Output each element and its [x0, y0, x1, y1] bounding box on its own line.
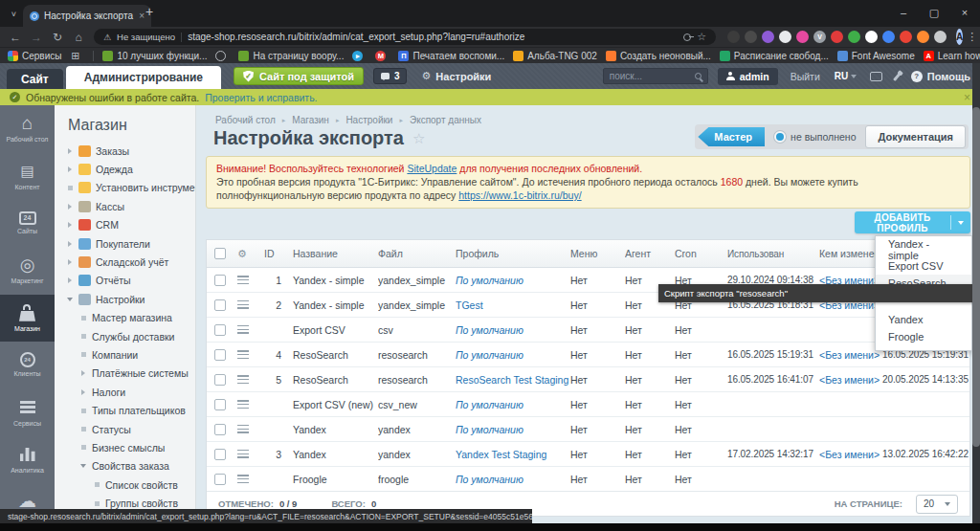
bookmark-item[interactable]: Сервисы — [8, 51, 61, 61]
favorite-star-icon[interactable]: ☆ — [412, 130, 425, 147]
extension-icon[interactable] — [727, 31, 740, 43]
tab-search-icon[interactable]: ˅ — [6, 7, 22, 21]
row-checkbox[interactable] — [214, 449, 226, 460]
table-row[interactable]: Yandex yandex По умолчанию Нет Нет Нет — [207, 417, 969, 442]
menu-item[interactable]: Заказы — [55, 142, 195, 160]
cell-profile-link[interactable]: По умолчанию — [456, 349, 523, 361]
menu-item[interactable]: Платёжные системы — [55, 365, 195, 383]
url-text[interactable]: stage-shop.resosearch.ru/bitrix/admin/ca… — [188, 32, 678, 42]
extension-icon[interactable] — [865, 31, 878, 43]
forward-icon[interactable]: → — [27, 31, 46, 44]
column-header[interactable]: ID — [256, 248, 293, 259]
home-icon[interactable]: ⌂ — [69, 31, 88, 44]
breadcrumb-item[interactable]: Рабочий стол — [215, 115, 292, 125]
breadcrumb-item[interactable]: Настройки — [345, 115, 410, 125]
add-profile-button[interactable]: ДОБАВИТЬ ПРОФИЛЬ — [855, 211, 970, 233]
breadcrumb-item[interactable]: Экспорт данных — [410, 115, 495, 125]
row-checkbox[interactable] — [214, 299, 226, 311]
documentation-button[interactable]: Документация — [865, 125, 966, 148]
security-label[interactable]: Не защищено — [117, 32, 175, 42]
bookmark-item[interactable]: П Печатаем воспоми... — [398, 51, 504, 61]
bookmark-item[interactable]: Альба-TNG 002 — [513, 51, 597, 61]
row-menu-icon[interactable] — [237, 450, 249, 458]
table-row[interactable]: 3 Yandex yandex Yandex Test Staging Нет … — [207, 442, 969, 467]
sidebar-item[interactable]: Аналитика — [0, 436, 55, 483]
sidebar-item[interactable]: Рабочий стол — [0, 105, 55, 152]
menu-item[interactable]: Отчёты — [55, 272, 195, 290]
sidebar-item[interactable]: 24 Сайты — [0, 200, 55, 247]
cell-profile-link[interactable]: По умолчанию — [456, 424, 523, 435]
close-icon[interactable]: × — [964, 91, 970, 104]
search-input[interactable]: поиск... — [603, 68, 708, 84]
menu-item[interactable]: Налоги — [55, 383, 195, 401]
dropdown-item[interactable]: Yandex - simple — [876, 241, 971, 258]
sidebar-item[interactable]: Маркетинг — [0, 247, 55, 294]
extension-icon[interactable] — [917, 31, 929, 43]
new-tab-button[interactable]: + — [145, 4, 153, 19]
topbar-settings[interactable]: ⚙ Настройки — [421, 70, 491, 82]
sidebar-item[interactable]: Контент — [0, 152, 55, 199]
back-icon[interactable]: ← — [6, 31, 25, 44]
menu-item[interactable]: CRM — [55, 216, 195, 234]
tab-site[interactable]: Сайт — [7, 69, 63, 89]
table-row[interactable]: Froogle froogle По умолчанию Нет Нет Нет — [207, 467, 969, 491]
table-row[interactable]: 4 ResoSearch resosearch По умолчанию Нет… — [207, 343, 969, 367]
row-menu-icon[interactable] — [237, 375, 249, 384]
help-button[interactable]: ? Помощь — [911, 71, 970, 82]
extension-icon[interactable] — [900, 31, 912, 43]
page-scrollbar[interactable] — [972, 63, 980, 531]
column-header[interactable]: Кем изменен — [819, 248, 882, 259]
cell-profile-link[interactable]: По умолчанию — [456, 399, 523, 410]
cell-profile-link[interactable]: По умолчанию — [456, 474, 523, 485]
profile-avatar[interactable]: A — [956, 29, 963, 45]
reload-icon[interactable]: ↻ — [48, 31, 67, 44]
scrollbar-thumb[interactable] — [972, 107, 980, 447]
fix-errors-link[interactable]: Проверить и исправить. — [205, 92, 317, 103]
cell-changed-by-link[interactable]: <Без имени> — [819, 349, 880, 361]
notifications-counter[interactable]: 3 — [373, 68, 408, 84]
extension-icon[interactable] — [934, 31, 947, 43]
bookmark-item[interactable] — [215, 51, 230, 61]
bookmark-star-icon[interactable]: ☆ — [697, 31, 706, 43]
wizard-button[interactable]: Мастер — [698, 127, 765, 146]
site-protected-button[interactable]: ✓ Сайт под защитой — [234, 67, 364, 85]
column-header[interactable]: Использован — [727, 249, 819, 259]
extension-icon[interactable] — [831, 31, 843, 43]
row-menu-icon[interactable] — [237, 425, 249, 433]
row-menu-icon[interactable] — [237, 350, 249, 359]
sidebar-item[interactable]: 24 Клиенты — [0, 342, 55, 388]
extension-icon[interactable] — [745, 31, 757, 43]
cell-profile-link[interactable]: ResoSearch Test Staging — [456, 374, 568, 386]
dropdown-item[interactable]: Yandex — [876, 312, 971, 329]
table-row[interactable]: Export CSV csv По умолчанию Нет Нет Нет — [207, 318, 969, 343]
language-selector[interactable]: RU — [835, 71, 857, 81]
bookmark-item[interactable]: М — [375, 51, 390, 61]
menu-item[interactable]: Установить инструменты из Маркетплейс — [55, 179, 195, 197]
extension-icon[interactable] — [779, 31, 791, 43]
breadcrumb-item[interactable]: Магазин — [292, 115, 345, 125]
address-bar[interactable]: ⚠ Не защищено stage-shop.resosearch.ru/b… — [94, 29, 716, 45]
row-menu-icon[interactable] — [237, 300, 249, 309]
browser-menu-icon[interactable]: ⋮ — [967, 31, 977, 43]
cell-changed-by-link[interactable]: <Без имени> — [819, 374, 880, 386]
row-checkbox[interactable] — [214, 424, 226, 435]
row-checkbox[interactable] — [214, 374, 226, 386]
menu-item[interactable]: Бизнес смыслы — [55, 438, 195, 456]
window-close-button[interactable]: × — [949, 0, 980, 25]
extension-icon[interactable] — [762, 31, 774, 43]
row-menu-icon[interactable] — [237, 276, 249, 284]
table-row[interactable]: 5 ResoSearch resosearch ResoSearch Test … — [207, 367, 969, 392]
extension-icon[interactable]: V — [813, 31, 826, 43]
bookmark-item[interactable]: Расписание свобод... — [720, 51, 829, 61]
cell-profile-link[interactable]: Yandex Test Staging — [456, 449, 546, 460]
per-page-select[interactable]: 20 — [916, 495, 958, 514]
menu-item[interactable]: Настройки — [55, 290, 195, 308]
dropdown-item[interactable]: Froogle — [876, 328, 971, 345]
menu-item[interactable]: Мастер магазина — [55, 309, 195, 327]
column-header[interactable]: Агент — [625, 248, 675, 259]
select-all-checkbox[interactable] — [214, 248, 226, 259]
desktop-icon[interactable] — [870, 72, 882, 81]
menu-item[interactable]: Службы доставки — [55, 327, 195, 345]
bookmark-item[interactable]: Создать неоновый... — [606, 51, 711, 61]
password-key-icon[interactable] — [683, 33, 691, 41]
